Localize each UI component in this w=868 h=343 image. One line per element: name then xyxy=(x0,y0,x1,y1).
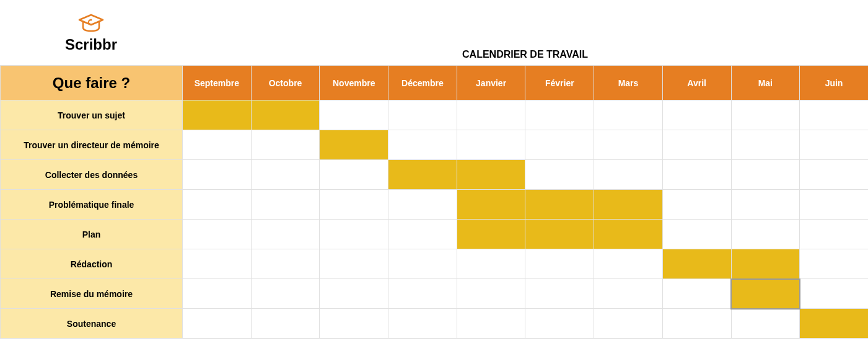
gantt-cell xyxy=(594,309,663,339)
gantt-cell xyxy=(320,220,388,249)
gantt-cell xyxy=(525,220,594,249)
gantt-cell xyxy=(800,249,868,279)
gantt-cell xyxy=(525,130,594,160)
gantt-cell xyxy=(525,279,594,309)
gantt-cell xyxy=(594,190,663,220)
gantt-cell xyxy=(388,309,457,339)
gantt-cell xyxy=(457,100,525,130)
gantt-cell xyxy=(388,220,457,249)
gantt-cell xyxy=(662,309,731,339)
table-row: Rédaction xyxy=(1,249,869,279)
gantt-cell xyxy=(800,220,868,249)
gantt-cell xyxy=(594,279,663,309)
gantt-cell xyxy=(731,309,800,339)
gantt-cell xyxy=(183,100,252,130)
gantt-cell xyxy=(457,130,525,160)
gantt-cell xyxy=(320,279,388,309)
month-header: Octobre xyxy=(251,66,320,100)
month-header: Avril xyxy=(662,66,731,100)
svg-point-0 xyxy=(90,19,92,20)
month-header: Novembre xyxy=(320,66,388,100)
month-header: Mai xyxy=(731,66,800,100)
gantt-body: Trouver un sujetTrouver un directeur de … xyxy=(1,100,869,339)
gantt-cell xyxy=(183,220,252,249)
gantt-cell xyxy=(320,160,388,190)
gantt-cell xyxy=(457,160,525,190)
gantt-cell xyxy=(183,279,252,309)
table-row: Problématique finale xyxy=(1,190,869,220)
gantt-cell xyxy=(800,309,868,339)
gantt-cell xyxy=(457,249,525,279)
gantt-cell xyxy=(731,130,800,160)
gantt-cell xyxy=(525,249,594,279)
gantt-cell xyxy=(594,100,663,130)
gantt-cell xyxy=(457,279,525,309)
gantt-cell xyxy=(320,190,388,220)
gantt-cell xyxy=(320,100,388,130)
month-header: Janvier xyxy=(457,66,525,100)
gantt-cell xyxy=(251,190,320,220)
gantt-cell xyxy=(800,160,868,190)
gantt-cell xyxy=(251,309,320,339)
corner-label: Que faire ? xyxy=(1,66,183,100)
gantt-cell xyxy=(662,130,731,160)
gantt-cell xyxy=(662,160,731,190)
gantt-cell xyxy=(662,100,731,130)
gantt-cell xyxy=(457,190,525,220)
task-label: Rédaction xyxy=(1,249,183,279)
page-title: CALENDRIER DE TRAVAIL xyxy=(182,0,868,65)
gantt-cell xyxy=(525,100,594,130)
gantt-cell xyxy=(320,309,388,339)
gantt-cell xyxy=(388,100,457,130)
gantt-cell xyxy=(525,309,594,339)
gantt-cell xyxy=(251,160,320,190)
gantt-cell xyxy=(251,279,320,309)
task-label: Soutenance xyxy=(1,309,183,339)
task-label: Trouver un directeur de mémoire xyxy=(1,130,183,160)
gantt-cell xyxy=(800,279,868,309)
gantt-cell xyxy=(662,190,731,220)
gantt-cell xyxy=(800,100,868,130)
gantt-cell xyxy=(731,100,800,130)
gantt-cell xyxy=(251,220,320,249)
gantt-cell xyxy=(525,160,594,190)
gantt-cell xyxy=(662,279,731,309)
gantt-cell xyxy=(388,249,457,279)
gantt-cell xyxy=(183,190,252,220)
gantt-cell xyxy=(594,249,663,279)
gantt-cell xyxy=(457,309,525,339)
gantt-cell xyxy=(731,220,800,249)
gantt-cell xyxy=(183,160,252,190)
task-label: Collecter des données xyxy=(1,160,183,190)
gantt-cell xyxy=(457,220,525,249)
gantt-cell xyxy=(388,190,457,220)
month-header: Décembre xyxy=(388,66,457,100)
month-header: Juin xyxy=(800,66,868,100)
gantt-cell xyxy=(662,249,731,279)
gantt-cell xyxy=(251,100,320,130)
gantt-cell xyxy=(320,249,388,279)
month-header: Février xyxy=(525,66,594,100)
gantt-cell xyxy=(388,279,457,309)
table-row: Trouver un directeur de mémoire xyxy=(1,130,869,160)
task-label: Problématique finale xyxy=(1,190,183,220)
gantt-cell xyxy=(662,220,731,249)
gantt-cell xyxy=(183,249,252,279)
gantt-cell xyxy=(388,160,457,190)
gantt-cell xyxy=(525,190,594,220)
gantt-cell xyxy=(800,190,868,220)
gantt-cell xyxy=(320,130,388,160)
gantt-cell xyxy=(251,249,320,279)
gantt-cell xyxy=(731,160,800,190)
gantt-cell xyxy=(594,160,663,190)
header-row: Scribbr CALENDRIER DE TRAVAIL xyxy=(0,0,868,65)
task-label: Remise du mémoire xyxy=(1,279,183,309)
gantt-cell xyxy=(183,130,252,160)
task-label: Trouver un sujet xyxy=(1,100,183,130)
gantt-cell xyxy=(251,130,320,160)
table-row: Collecter des données xyxy=(1,160,869,190)
gantt-cell xyxy=(594,220,663,249)
gantt-cell xyxy=(731,190,800,220)
month-header: Septembre xyxy=(183,66,252,100)
gantt-table: Que faire ? Septembre Octobre Novembre D… xyxy=(0,65,868,339)
